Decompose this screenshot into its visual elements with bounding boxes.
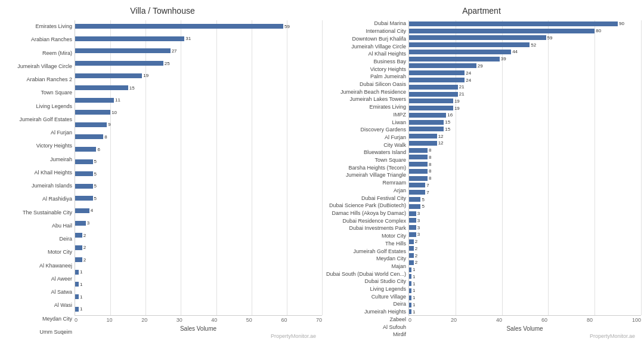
bar-row: 1 (409, 266, 641, 273)
bar (75, 122, 107, 127)
bar (75, 36, 184, 41)
bar-value: 8 (104, 134, 107, 140)
bar-value: 2 (415, 239, 417, 244)
y-label: Town Square (374, 158, 406, 164)
y-label: Al Rashidiya (42, 196, 72, 202)
y-label: Living Legends (36, 104, 72, 110)
bar-row: 21 (409, 84, 641, 91)
y-label: Abu Hail (52, 223, 72, 229)
y-label: Mirdif (393, 332, 406, 338)
bar (75, 134, 103, 139)
bar-value: 16 (447, 112, 453, 118)
bar-row: 7 (409, 182, 641, 189)
bar-value: 3 (417, 225, 420, 230)
bar (75, 85, 128, 90)
bar-value: 5 (422, 204, 424, 209)
x-tick: 30 (177, 317, 182, 323)
bar-value: 24 (466, 70, 471, 76)
bar-value: 2 (415, 253, 417, 258)
x-tick: 60 (281, 317, 287, 323)
apartment-chart-section: Apartment Dubai MarinaInternational City… (322, 6, 641, 339)
bar (409, 134, 437, 139)
bar-value: 1 (413, 295, 415, 300)
y-label: Living Legends (370, 287, 406, 293)
bar (409, 309, 411, 314)
y-label: Dubai Marina (374, 21, 406, 27)
bar-value: 52 (531, 42, 536, 48)
y-label: Dubai Silicon Oasis (360, 82, 406, 88)
bar (409, 225, 416, 230)
bar-value: 90 (619, 21, 624, 26)
bar-row: 1 (75, 278, 322, 291)
bar (409, 63, 476, 68)
bar-row: 31 (75, 33, 322, 45)
bar-value: 4 (91, 208, 93, 213)
bar-value: 1 (413, 288, 415, 293)
y-label: Dubai Science Park (DuBiotech) (329, 203, 406, 209)
y-label: Palm Jumeirah (370, 74, 406, 80)
bar (75, 221, 86, 226)
bar-row: 1 (409, 308, 641, 315)
bar-row: 15 (409, 119, 641, 126)
apartment-x-axis-label: Sales Volume (408, 325, 641, 332)
bar-value: 3 (87, 220, 89, 226)
bar-value: 21 (459, 84, 465, 90)
x-tick: 70 (316, 317, 322, 323)
y-label: Al Wasi (54, 303, 72, 309)
y-label: Damac Hills (Akoya by Damac) (332, 211, 406, 217)
bar-value: 10 (112, 110, 117, 115)
bar-value: 7 (426, 183, 429, 188)
bar (409, 99, 453, 103)
bar-row: 1 (75, 291, 322, 303)
bar-row: 19 (409, 97, 641, 104)
y-label: Umm Suqeim (39, 330, 72, 336)
y-label: Zabeel (389, 317, 406, 323)
bar-row: 3 (409, 224, 641, 231)
bar-value: 2 (83, 245, 86, 250)
bar-value: 29 (478, 63, 483, 69)
bar-value: 2 (415, 246, 417, 251)
y-label: Al Furjan (385, 135, 406, 141)
y-label: Dubai Festival City (361, 196, 406, 202)
y-label: Deira (59, 236, 72, 242)
y-label: Dubai South (Dubai World Cen...) (326, 272, 406, 278)
y-label: The Hills (385, 241, 406, 247)
y-label: Jumeirah Golf Estates (19, 117, 72, 123)
villa-chart-section: Villa / Townhouse Emirates LivingArabian… (3, 6, 322, 339)
bar-value: 8 (429, 162, 431, 167)
bar-row: 3 (75, 217, 322, 229)
bar (409, 183, 425, 187)
bar-row: 16 (409, 112, 641, 119)
bar-value: 1 (80, 294, 82, 300)
bar (409, 274, 411, 279)
bar-row: 11 (75, 94, 322, 106)
bar (409, 239, 414, 244)
bar (409, 190, 425, 195)
y-label: Business Bay (373, 59, 406, 65)
y-label: Jumeirah Golf Estates (353, 249, 406, 255)
bar-row: 4 (75, 205, 322, 217)
y-label: Jumeirah Islands (32, 183, 72, 189)
bar-value: 24 (466, 78, 471, 83)
bar (75, 110, 110, 115)
bar (75, 245, 82, 250)
y-label: Dubai Investments Park (349, 226, 406, 232)
bar (409, 29, 595, 33)
bar (409, 127, 444, 131)
bar (409, 92, 458, 97)
bar-value: 8 (429, 168, 431, 174)
bar (75, 147, 96, 152)
bar-value: 3 (417, 211, 420, 216)
bar (409, 42, 530, 47)
y-label: Liwan (392, 120, 406, 126)
bar-row: 9 (75, 119, 322, 131)
bar-value: 1 (413, 267, 415, 272)
villa-y-labels: Emirates LivingArabian RanchesReem (Mira… (3, 20, 75, 339)
bar (409, 204, 420, 209)
bar (409, 176, 428, 181)
bar (75, 196, 93, 201)
bar-row: 2 (75, 229, 322, 242)
bar-row: 1 (409, 301, 641, 309)
y-label: Remraam (382, 180, 406, 186)
bar-value: 80 (596, 28, 601, 33)
